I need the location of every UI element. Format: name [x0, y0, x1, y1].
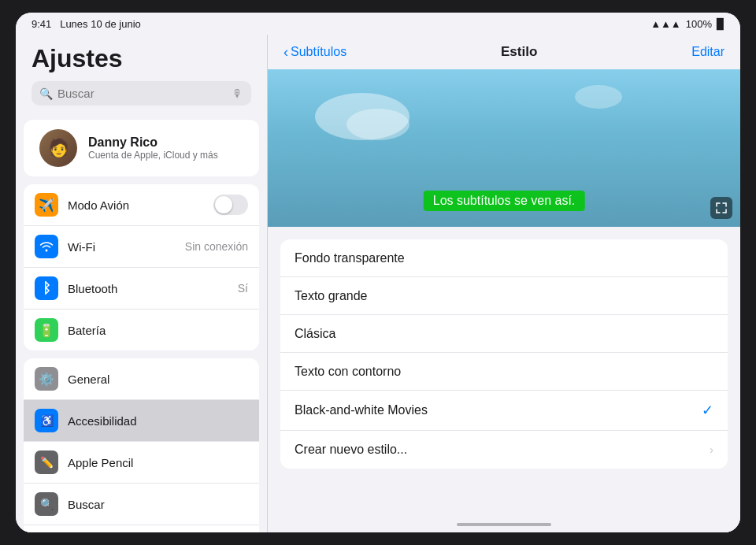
search-bar[interactable]: 🔍 🎙: [32, 81, 251, 106]
chevron-right-icon: ›: [710, 443, 713, 456]
style-label-outline: Texto con contorno: [295, 365, 713, 379]
item-label-general: General: [68, 373, 248, 386]
battery-settings-icon: 🔋: [35, 318, 58, 342]
nav-bar: ‹ Subtítulos Estilo Editar: [268, 35, 740, 69]
microphone-icon: 🎙: [232, 87, 243, 100]
style-label-classic: Clásica: [295, 327, 713, 341]
style-label-transparent: Fondo transparente: [295, 251, 713, 265]
item-label-battery: Batería: [68, 324, 248, 337]
airplane-icon: ✈️: [35, 193, 58, 217]
settings-list: ✈️ Modo Avión: [16, 176, 267, 532]
style-list: Fondo transparente Texto grande Clásica …: [268, 227, 740, 517]
main-content: Ajustes 🔍 🎙 🧑 Danny Rico Cuenta de Apple…: [16, 35, 740, 532]
settings-item-find[interactable]: 🔍 Buscar: [24, 484, 259, 525]
style-label-new: Crear nuevo estilo...: [295, 443, 710, 457]
style-item-transparent[interactable]: Fondo transparente: [280, 239, 728, 277]
wifi-icon: ▲▲▲: [650, 18, 681, 30]
style-item-bw[interactable]: Black-and-white Movies ✓: [280, 391, 728, 431]
home-indicator: [457, 523, 551, 526]
settings-item-bluetooth[interactable]: ᛒ Bluetooth Sí: [24, 268, 259, 310]
profile-name: Danny Rico: [88, 135, 218, 150]
status-time-date: 9:41 Lunes 10 de junio: [32, 18, 141, 30]
profile-subtitle: Cuenta de Apple, iCloud y más: [88, 150, 218, 161]
style-item-new[interactable]: Crear nuevo estilo... ›: [280, 431, 728, 469]
settings-item-accessibility[interactable]: ♿ Accesibilidad: [24, 400, 259, 442]
settings-group-connectivity: ✈️ Modo Avión: [24, 184, 259, 350]
sidebar-title: Ajustes: [32, 44, 251, 73]
settings-item-wifi[interactable]: Wi-Fi Sin conexión: [24, 226, 259, 268]
sidebar: Ajustes 🔍 🎙 🧑 Danny Rico Cuenta de Apple…: [16, 35, 268, 532]
subtitle-preview-text: Los subtítulos se ven así.: [424, 191, 585, 211]
style-item-outline[interactable]: Texto con contorno: [280, 353, 728, 391]
avatar: 🧑: [39, 129, 77, 167]
settings-item-pencil[interactable]: ✏️ Apple Pencil: [24, 442, 259, 484]
general-icon: ⚙️: [35, 367, 58, 391]
pencil-settings-icon: ✏️: [35, 450, 58, 474]
settings-group-main: ⚙️ General ♿ Accesibilidad ✏️ Apple Penc…: [24, 358, 259, 532]
search-icon: 🔍: [39, 87, 53, 100]
item-label-bluetooth: Bluetooth: [68, 282, 228, 295]
status-date: Lunes 10 de junio: [60, 18, 141, 30]
chevron-left-icon: ‹: [284, 44, 288, 61]
style-item-large[interactable]: Texto grande: [280, 277, 728, 315]
style-label-bw: Black-and-white Movies: [295, 403, 702, 417]
status-time: 9:41: [32, 18, 51, 30]
wifi-settings-icon: [35, 235, 58, 258]
sidebar-header: Ajustes 🔍 🎙: [16, 35, 267, 112]
bottom-bar: [268, 517, 740, 532]
checkmark-icon: ✓: [702, 402, 713, 419]
item-label-find: Buscar: [68, 498, 248, 511]
profile-info: Danny Rico Cuenta de Apple, iCloud y más: [88, 135, 218, 161]
toggle-thumb: [215, 196, 232, 213]
search-input[interactable]: [57, 87, 228, 100]
nav-edit-button[interactable]: Editar: [691, 45, 724, 59]
settings-item-airplane[interactable]: ✈️ Modo Avión: [24, 184, 259, 226]
nav-title: Estilo: [346, 44, 691, 60]
ipad-frame: 9:41 Lunes 10 de junio ▲▲▲ 100% ▉ Ajuste…: [16, 13, 740, 532]
cloud-decoration-3: [575, 85, 622, 109]
battery-percent: 100%: [686, 18, 712, 30]
airplane-toggle[interactable]: [213, 195, 248, 215]
profile-row[interactable]: 🧑 Danny Rico Cuenta de Apple, iCloud y m…: [24, 120, 259, 176]
settings-item-camera[interactable]: 📷 Cámara: [24, 525, 259, 532]
settings-item-general[interactable]: ⚙️ General: [24, 358, 259, 400]
find-icon: 🔍: [35, 492, 58, 516]
item-label-accessibility: Accesibilidad: [68, 414, 248, 428]
item-label-pencil: Apple Pencil: [68, 456, 248, 469]
status-right: ▲▲▲ 100% ▉: [650, 18, 724, 30]
style-label-large: Texto grande: [295, 289, 713, 303]
nav-back-button[interactable]: ‹ Subtítulos: [284, 44, 346, 61]
bluetooth-status: Sí: [238, 282, 248, 295]
style-group: Fondo transparente Texto grande Clásica …: [280, 239, 728, 469]
cloud-decoration-2: [346, 109, 410, 140]
wifi-status: Sin conexión: [185, 240, 248, 253]
right-panel: ‹ Subtítulos Estilo Editar Los subtítulo…: [268, 35, 740, 532]
status-bar: 9:41 Lunes 10 de junio ▲▲▲ 100% ▉: [16, 13, 740, 35]
preview-area: Los subtítulos se ven así.: [268, 69, 740, 227]
bluetooth-icon: ᛒ: [35, 276, 58, 300]
style-item-classic[interactable]: Clásica: [280, 315, 728, 353]
battery-icon: ▉: [717, 18, 724, 30]
accessibility-icon: ♿: [35, 409, 58, 432]
item-label-airplane: Modo Avión: [68, 198, 204, 212]
settings-item-battery[interactable]: 🔋 Batería: [24, 310, 259, 350]
expand-button[interactable]: [710, 197, 732, 219]
item-label-wifi: Wi-Fi: [68, 240, 176, 254]
nav-back-label: Subtítulos: [291, 45, 346, 59]
